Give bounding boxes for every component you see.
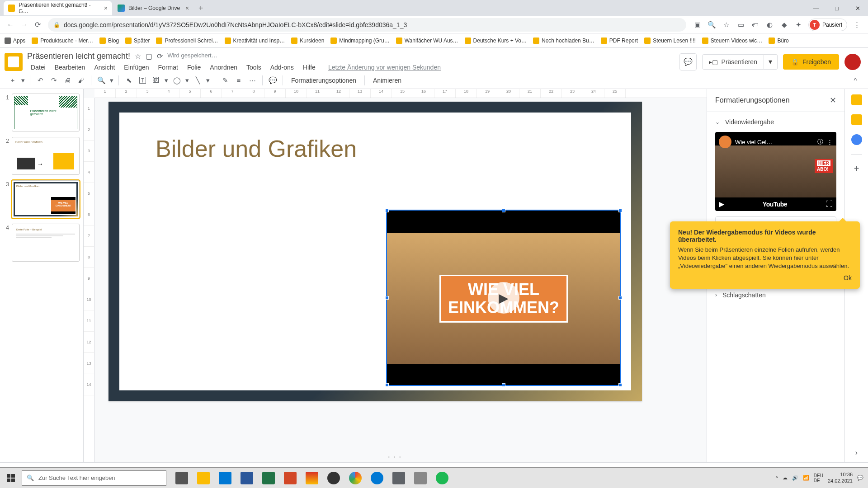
collapse-toolbar-button[interactable]: ^ (849, 74, 862, 87)
menu-arrange[interactable]: Anordnen (206, 63, 241, 72)
new-slide-button[interactable]: + (6, 74, 19, 87)
zoom-dropdown[interactable]: ▾ (108, 74, 115, 87)
menu-slide[interactable]: Folie (184, 63, 204, 72)
bookmark[interactable]: Später (125, 38, 150, 44)
menu-view[interactable]: Ansicht (90, 63, 118, 72)
comment-tool[interactable]: 💬 (266, 74, 279, 87)
image-tool[interactable]: 🖼 (150, 74, 162, 87)
bookmark[interactable]: Produktsuche - Mer… (32, 38, 93, 44)
bookmark[interactable]: Kursideen (291, 38, 324, 44)
star-icon[interactable]: ☆ (722, 20, 731, 30)
menu-addons[interactable]: Add-ons (267, 63, 297, 72)
extension-icon[interactable]: ▭ (736, 20, 746, 30)
app-button[interactable] (388, 468, 410, 488)
star-icon[interactable]: ☆ (135, 52, 141, 61)
powerpoint-button[interactable] (279, 468, 301, 488)
tab-close-icon[interactable]: × (185, 5, 189, 12)
tasks-addon[interactable] (851, 134, 862, 145)
add-addon-button[interactable]: + (854, 164, 859, 174)
cast-icon[interactable]: ▣ (693, 20, 703, 30)
edge-button[interactable] (214, 468, 236, 488)
browser-tab[interactable]: Bilder – Google Drive × (113, 1, 193, 15)
border-dash-button[interactable]: ⋯ (246, 74, 259, 87)
resize-handle[interactable]: • • • (388, 455, 402, 460)
document-title[interactable]: Präsentieren leicht gemacht! (27, 52, 130, 61)
bookmark[interactable]: Deutsche Kurs + Vo… (465, 38, 527, 44)
tray-lang[interactable]: DEU DE (814, 473, 823, 483)
section-video-playback[interactable]: ⌄ Videowiedergabe (707, 112, 844, 132)
bookmark[interactable]: Wahlfächer WU Aus… (396, 38, 458, 44)
extension-icon[interactable]: ◐ (765, 20, 775, 30)
calendar-addon[interactable] (851, 94, 862, 105)
app-button[interactable] (366, 468, 388, 488)
info-icon[interactable]: ⓘ (817, 138, 823, 146)
move-icon[interactable]: ▢ (146, 52, 152, 61)
shape-tool[interactable]: ◯ (170, 74, 183, 87)
wifi-icon[interactable]: 📶 (803, 475, 809, 481)
border-weight-button[interactable]: ≡ (232, 74, 245, 87)
fullscreen-icon[interactable]: ⛶ (826, 200, 833, 208)
slide-thumbnail-4[interactable]: Erste Folie – Beispiel (12, 224, 80, 262)
animate-button[interactable]: Animieren (368, 75, 406, 86)
app-button[interactable] (301, 468, 323, 488)
menu-format[interactable]: Format (155, 63, 182, 72)
bookmark[interactable]: PDF Report (601, 38, 638, 44)
new-tab-button[interactable]: + (194, 2, 207, 14)
spotify-button[interactable] (431, 468, 453, 488)
extension-icon[interactable]: 🏷 (750, 20, 760, 30)
zoom-button[interactable]: 🔍 (95, 74, 108, 87)
menu-button[interactable]: ⋮ (852, 20, 862, 30)
redo-button[interactable]: ↷ (47, 74, 60, 87)
play-icon[interactable]: ▶ (719, 200, 724, 208)
comments-button[interactable]: 💬 (679, 53, 697, 70)
zoom-icon[interactable]: 🔍 (707, 20, 717, 30)
onedrive-icon[interactable]: ☁ (783, 475, 788, 481)
bookmark[interactable]: Mindmapping (Gru… (330, 38, 389, 44)
minimize-button[interactable]: — (806, 1, 826, 15)
bookmark[interactable]: Büro (769, 38, 788, 44)
format-options-button[interactable]: Formatierungsoptionen (287, 75, 361, 86)
keep-addon[interactable] (851, 114, 862, 125)
tray-chevron[interactable]: ^ (776, 475, 778, 481)
reload-button[interactable]: ⟳ (31, 18, 44, 32)
bookmark[interactable]: Noch hochladen Bu… (533, 38, 594, 44)
close-window-button[interactable]: ✕ (847, 1, 868, 15)
notifications-button[interactable]: 💬 (857, 475, 863, 481)
account-avatar[interactable] (844, 54, 861, 70)
slide-thumbnail-1[interactable]: Präsentieren leicht gemacht! (12, 94, 80, 131)
slide-thumbnail-3[interactable]: Bilder und Grafiken WIE VIELEINKOMMEN? (12, 180, 80, 218)
bookmark[interactable]: Steuern Lesen !!!! (644, 38, 696, 44)
profile-button[interactable]: T Pausiert (808, 19, 847, 31)
slide-thumbnail-2[interactable]: Bilder und Grafiken → (12, 137, 80, 175)
menu-tools[interactable]: Tools (243, 63, 265, 72)
slide-title-text[interactable]: Bilder und Grafiken (156, 135, 357, 162)
slides-logo[interactable] (5, 53, 23, 71)
new-slide-dropdown[interactable]: ▾ (20, 74, 26, 87)
cloud-icon[interactable]: ⟳ (157, 52, 163, 61)
excel-button[interactable] (258, 468, 279, 488)
slide[interactable]: Bilder und Grafiken WIE VIEL EINKOMMEN? … (108, 102, 642, 401)
maximize-button[interactable]: □ (826, 1, 847, 15)
slide-canvas[interactable]: 1234567891011121314151617181920212223242… (84, 89, 707, 462)
border-color-button[interactable]: ✎ (219, 74, 231, 87)
paint-format-button[interactable]: 🖌 (75, 74, 87, 87)
apps-button[interactable]: Apps (5, 38, 25, 44)
embedded-video[interactable]: WIE VIEL EINKOMMEN? ▶ (386, 210, 621, 386)
menu-file[interactable]: Datei (27, 63, 49, 72)
tab-close-icon[interactable]: × (104, 5, 108, 12)
bookmark[interactable]: Professionell Schrei… (156, 38, 218, 44)
panel-close-button[interactable]: ✕ (830, 95, 836, 105)
browser-tab-active[interactable]: Präsentieren leicht gemacht! - G… × (4, 1, 112, 15)
url-input[interactable]: 🔒 docs.google.com/presentation/d/1yV372S… (48, 18, 686, 32)
bookmark[interactable]: Kreativität und Insp… (225, 38, 285, 44)
app-button[interactable] (323, 468, 344, 488)
forward-button[interactable]: → (17, 18, 31, 32)
chrome-button[interactable] (344, 468, 366, 488)
extensions-button[interactable]: ✦ (794, 20, 804, 30)
app-button[interactable] (410, 468, 431, 488)
play-icon[interactable]: ▶ (488, 282, 519, 314)
bookmark[interactable]: Steuern Videos wic… (702, 38, 763, 44)
share-button[interactable]: 🔒 Freigeben (783, 54, 839, 70)
task-view-button[interactable] (171, 468, 193, 488)
bookmark[interactable]: Blog (99, 38, 119, 44)
